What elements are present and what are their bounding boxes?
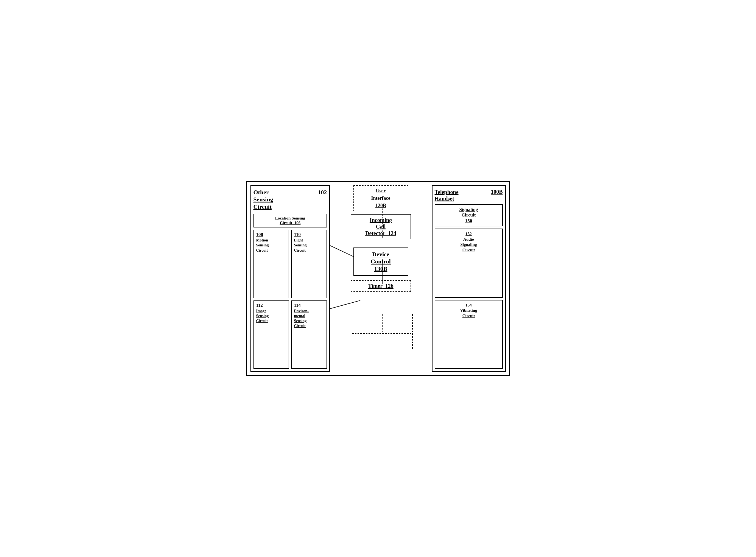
right-panel: TelephoneHandset 100B SignalingCircuit 1…: [432, 185, 506, 372]
right-panel-number: 100B: [491, 189, 503, 195]
left-panel: OtherSensingCircuit 102 Location Sensing…: [250, 185, 330, 372]
audio-number: 152: [466, 232, 472, 236]
sensing-grid: 108 MotionSensingCircuit 110 LightSensin…: [253, 230, 327, 369]
ui-number: 120B: [375, 203, 386, 208]
device-control-box: DeviceControl 130B: [354, 247, 408, 276]
location-sensing-box: Location SensingCircuit 106: [253, 214, 327, 228]
environmental-sensing-cell: 114 Environ-mentalSensingCircuit: [291, 300, 327, 369]
image-number: 112: [256, 303, 263, 308]
audio-label: AudioSignalingCircuit: [460, 237, 477, 252]
light-label: LightSensingCircuit: [294, 238, 307, 253]
env-label: Environ-mentalSensingCircuit: [294, 309, 309, 329]
right-cells: SignalingCircuit 150 152 AudioSignalingC…: [435, 204, 503, 369]
vibrating-number: 154: [466, 303, 472, 307]
light-number: 110: [294, 232, 301, 237]
timer-label: Timer: [368, 283, 383, 289]
ui-label2: Interface: [371, 195, 391, 201]
incoming-number: 124: [388, 230, 396, 236]
vibrating-label: VibratingCircuit: [460, 308, 477, 318]
diagram-outer: OtherSensingCircuit 102 Location Sensing…: [246, 181, 510, 376]
location-number: 106: [295, 221, 301, 225]
motion-number: 108: [256, 232, 263, 237]
motion-label: MotionSensingCircuit: [256, 238, 269, 253]
left-panel-header: OtherSensingCircuit 102: [253, 189, 327, 210]
signaling-number: 150: [465, 218, 472, 223]
location-label: Location SensingCircuit: [275, 216, 305, 225]
user-interface-box: User Interface 120B: [354, 185, 408, 211]
image-label: ImageSensingCircuit: [256, 309, 269, 324]
light-sensing-cell: 110 LightSensingCircuit: [291, 230, 327, 298]
center-col: User Interface 120B IncomingCallDetector…: [330, 185, 432, 372]
device-label: DeviceControl: [371, 251, 391, 265]
image-sensing-cell: 112 ImageSensingCircuit: [253, 300, 289, 369]
timer-number: 126: [385, 283, 393, 289]
motion-sensing-cell: 108 MotionSensingCircuit: [253, 230, 289, 298]
incoming-call-box: IncomingCallDetector 124: [351, 214, 411, 239]
right-panel-header: TelephoneHandset 100B: [435, 189, 503, 202]
left-panel-title: OtherSensingCircuit: [253, 189, 273, 210]
device-number: 130B: [374, 265, 388, 272]
signaling-box: SignalingCircuit 150: [435, 204, 503, 226]
left-panel-number: 102: [318, 189, 327, 196]
timer-box: Timer 126: [351, 280, 411, 292]
ui-label: User: [376, 188, 386, 194]
audio-signaling-box: 152 AudioSignalingCircuit: [435, 229, 503, 297]
signaling-label: SignalingCircuit: [459, 207, 478, 217]
diagram-inner: OtherSensingCircuit 102 Location Sensing…: [250, 185, 506, 372]
vibrating-box: 154 VibratingCircuit: [435, 300, 503, 369]
right-panel-title: TelephoneHandset: [435, 189, 458, 202]
env-number: 114: [294, 303, 301, 308]
